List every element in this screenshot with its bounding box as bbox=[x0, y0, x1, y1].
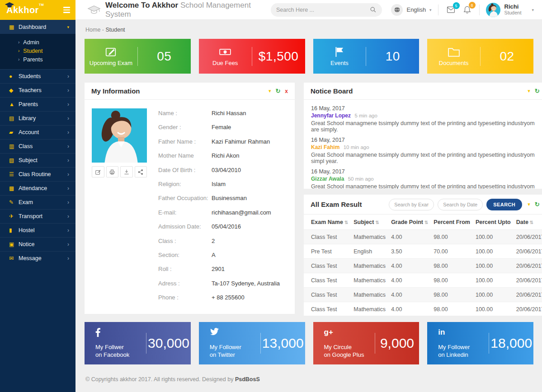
language-selector[interactable]: English ▾ bbox=[391, 4, 431, 16]
linkedin-card[interactable]: in My Followeron Linkedin 18,000 bbox=[427, 322, 533, 364]
sidebar-item-13[interactable]: ✉ Message › bbox=[0, 251, 75, 265]
logo-block[interactable]: AkkhorTM bbox=[0, 0, 75, 20]
refresh-icon[interactable]: ↻ bbox=[535, 201, 540, 207]
info-field-row: E-mail: richihasan@gmail.com bbox=[158, 209, 287, 216]
search-input[interactable] bbox=[276, 7, 370, 13]
sort-icon[interactable]: ⇅ bbox=[375, 220, 379, 225]
collapse-icon[interactable]: ▾ bbox=[528, 89, 530, 93]
info-field-row: Date Of Birth : 03/04/2010 bbox=[158, 167, 287, 174]
stat-card-events[interactable]: Events 10 bbox=[313, 39, 419, 74]
googleplus-card[interactable]: g+ My Circuleon Google Plus 9,000 bbox=[313, 322, 419, 364]
table-row[interactable]: Class Test Mathematics 4.00 98.00 100.00… bbox=[304, 259, 542, 273]
sidebar-subitem-student[interactable]: › Student bbox=[0, 47, 75, 55]
column-header-grade-point[interactable]: Grade Point⇅ bbox=[388, 215, 431, 230]
column-header-subject[interactable]: Subject⇅ bbox=[351, 215, 388, 230]
facebook-card[interactable]: My Follweron Facebook 30,000 bbox=[85, 322, 191, 364]
stat-value: 10 bbox=[366, 49, 419, 64]
user-role: Student bbox=[504, 10, 522, 16]
refresh-icon[interactable]: ↻ bbox=[535, 88, 540, 94]
sidebar-item-8[interactable]: ▩ Attendance › bbox=[0, 181, 75, 195]
notice-date: 16 May, 2017 bbox=[311, 168, 542, 175]
sidebar-item-dashboard[interactable]: ▦ Dashboard ▾ bbox=[0, 20, 75, 34]
column-header-percent-upto[interactable]: Percent Upto bbox=[473, 215, 514, 230]
sidebar-item-icon: ◆ bbox=[9, 87, 19, 93]
sidebar-item-4[interactable]: ▰ Account › bbox=[0, 125, 75, 139]
stat-card-upcoming-exam[interactable]: Upcoming Exam 05 bbox=[85, 39, 191, 74]
sidebar-items: ● Students › ◆ Teachers › ▲ Parents › bbox=[0, 69, 75, 265]
notice-author[interactable]: Gizzar Awala bbox=[311, 176, 344, 182]
notifications-button[interactable]: 8 bbox=[462, 4, 473, 16]
divider bbox=[479, 5, 480, 15]
sidebar-item-0[interactable]: ● Students › bbox=[0, 69, 75, 83]
print-button[interactable] bbox=[106, 166, 119, 177]
user-menu[interactable]: Richi Student ▾ bbox=[486, 3, 534, 17]
sidebar-item-12[interactable]: ▣ Notice › bbox=[0, 237, 75, 251]
cell-subject: Mathematics bbox=[351, 273, 388, 288]
stat-label: Due Fees bbox=[212, 60, 238, 66]
designer-link[interactable]: PsdBosS bbox=[235, 376, 260, 383]
close-icon[interactable]: x bbox=[285, 89, 288, 94]
field-value: A bbox=[212, 252, 216, 259]
table-row[interactable]: Class Test Mathematics 4.00 98.00 100.00… bbox=[304, 288, 542, 302]
twitter-card[interactable]: My Followeron Twitter 13,000 bbox=[199, 322, 305, 364]
sidebar-item-11[interactable]: ▮ Hostel › bbox=[0, 223, 75, 237]
notifications-badge: 8 bbox=[469, 2, 476, 9]
svg-text:0: 0 bbox=[224, 51, 226, 54]
notice-time: 50 min ago bbox=[348, 176, 374, 182]
flag-icon bbox=[334, 46, 345, 58]
table-row[interactable]: Class Test Mathematics 4.00 98.00 100.00… bbox=[304, 273, 542, 288]
table-row[interactable]: Class Test Mathematics 4.00 98.00 100.00… bbox=[304, 302, 542, 317]
sidebar-item-5[interactable]: ▥ Class › bbox=[0, 139, 75, 153]
stat-card-due-fees[interactable]: 0 Due Fees $1,500 bbox=[199, 39, 305, 74]
table-row[interactable]: Class Test Mathematics 4.00 98.00 100.00… bbox=[304, 230, 542, 244]
chevron-down-icon: ▾ bbox=[532, 8, 534, 12]
panel-title: All Exam Result bbox=[311, 201, 362, 208]
hamburger-menu-icon[interactable] bbox=[63, 7, 70, 13]
collapse-icon[interactable]: ▾ bbox=[528, 202, 530, 207]
notice-item[interactable]: 16 May, 2017 Jennyfar Lopez 5 min ago Gr… bbox=[311, 105, 542, 133]
sidebar-item-label: Message bbox=[19, 255, 42, 261]
column-header-exam-name[interactable]: Exam Name⇅ bbox=[304, 215, 351, 230]
sidebar-item-9[interactable]: ✎ Exam › bbox=[0, 195, 75, 209]
cell-grade-point: 4.00 bbox=[388, 230, 431, 244]
breadcrumb-home[interactable]: Home bbox=[85, 27, 100, 33]
user-avatar bbox=[486, 3, 500, 17]
sort-icon[interactable]: ⇅ bbox=[424, 220, 428, 225]
notice-author[interactable]: Jennyfar Lopez bbox=[311, 112, 351, 119]
table-row[interactable]: Pre Test English 3.50 70.00 100.00 20/06… bbox=[304, 244, 542, 259]
cell-subject: Mathematics bbox=[351, 302, 388, 317]
cell-exam-name: Class Test bbox=[304, 273, 351, 288]
notice-item[interactable]: 16 May, 2017 Kazi Fahim 10 min ago Great… bbox=[311, 137, 542, 164]
messages-button[interactable]: 5 bbox=[445, 4, 457, 15]
sort-icon[interactable]: ⇅ bbox=[344, 220, 348, 225]
refresh-icon[interactable]: ↻ bbox=[275, 88, 280, 94]
edit-button[interactable] bbox=[92, 166, 104, 177]
column-header-percent-from[interactable]: Percent From bbox=[431, 215, 473, 230]
stat-card-documents[interactable]: Documents 02 bbox=[427, 39, 533, 74]
sidebar-item-3[interactable]: ▤ Library › bbox=[0, 111, 75, 125]
sidebar-item-1[interactable]: ◆ Teachers › bbox=[0, 83, 75, 97]
notice-item[interactable]: 16 May, 2017 Gizzar Awala 50 min ago Gre… bbox=[311, 168, 542, 189]
sidebar-item-7[interactable]: ☰ Clas Routine › bbox=[0, 167, 75, 181]
collapse-icon[interactable]: ▾ bbox=[269, 89, 271, 93]
sort-icon[interactable]: ⇅ bbox=[530, 220, 533, 225]
search-by-exam-input[interactable] bbox=[389, 199, 434, 210]
sidebar-item-2[interactable]: ▲ Parents › bbox=[0, 97, 75, 111]
stat-label: Events bbox=[330, 60, 349, 66]
sidebar-item-6[interactable]: ▧ Subject › bbox=[0, 153, 75, 167]
share-button[interactable] bbox=[135, 166, 147, 177]
download-button[interactable] bbox=[120, 166, 133, 177]
language-label: English bbox=[406, 6, 426, 13]
search-by-date-input[interactable] bbox=[438, 199, 483, 210]
column-header-date[interactable]: Date⇅ bbox=[514, 215, 542, 230]
cell-subject: English bbox=[351, 244, 388, 259]
sidebar-subitem-parents[interactable]: › Parents bbox=[0, 55, 75, 64]
header-search bbox=[271, 3, 382, 17]
sidebar-item-icon: ▩ bbox=[9, 185, 19, 191]
notice-author[interactable]: Kazi Fahim bbox=[311, 144, 339, 150]
cell-subject: Mathematics bbox=[351, 230, 388, 244]
search-button[interactable]: SEARCH bbox=[486, 199, 522, 210]
search-icon[interactable] bbox=[370, 6, 377, 13]
sidebar-item-10[interactable]: ✈ Transport › bbox=[0, 209, 75, 223]
sidebar-subitem-admin[interactable]: › Admin bbox=[0, 38, 75, 47]
